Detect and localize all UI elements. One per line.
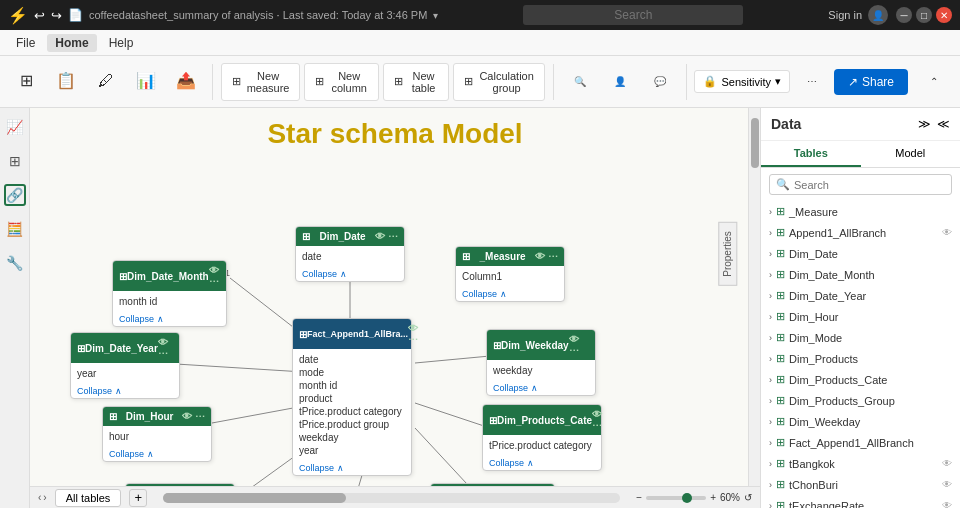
refresh-icon[interactable]: ↺ (744, 492, 752, 503)
node-dim-hour-header: ⊞ Dim_Hour 👁 ⋯ (103, 407, 211, 426)
maximize-button[interactable]: □ (916, 7, 932, 23)
prev-arrow[interactable]: ‹ (38, 492, 41, 503)
canvas-area[interactable]: Star schema Model (30, 108, 760, 508)
ribbon-data-btn[interactable]: 📊 (128, 67, 164, 96)
dim-date-collapse[interactable]: Collapse ∧ (296, 267, 404, 281)
panel-search-input[interactable] (794, 179, 945, 191)
data-view-icon[interactable]: ⊞ (4, 150, 26, 172)
dim-hour-actions[interactable]: 👁 ⋯ (182, 411, 205, 422)
ribbon-clipboard-btn[interactable]: 📋 (48, 67, 84, 96)
table-item[interactable]: › ⊞ _Measure (761, 201, 960, 222)
table-item[interactable]: › ⊞ Dim_Products_Group (761, 390, 960, 411)
zoom-track[interactable] (646, 496, 706, 500)
node-measure[interactable]: ⊞ _Measure 👁 ⋯ Column1 Collapse ∧ (455, 246, 565, 302)
title-search-input[interactable] (523, 5, 743, 25)
table-item[interactable]: › ⊞ Dim_Date_Month (761, 264, 960, 285)
properties-tab[interactable]: Properties (719, 222, 738, 286)
qa-button[interactable]: 💬 (642, 72, 678, 91)
panel-collapse-icon[interactable]: ≪ (937, 117, 950, 131)
menu-help[interactable]: Help (101, 34, 142, 52)
dim-date-year-actions[interactable]: 👁 ⋯ (158, 337, 173, 359)
user-avatar[interactable]: 👤 (868, 5, 888, 25)
ribbon-view-btn[interactable]: ⊞ (8, 67, 44, 96)
all-tables-tab[interactable]: All tables (55, 489, 122, 507)
undo-icon[interactable]: ↩ (34, 8, 45, 23)
node-fact[interactable]: ⊞ Fact_Append1_AllBra... 👁 ⋯ date mode m… (292, 318, 412, 476)
vertical-scrollbar[interactable] (748, 108, 760, 486)
close-button[interactable]: ✕ (936, 7, 952, 23)
app-logo-icon: ⚡ (8, 6, 28, 25)
new-column-button[interactable]: ⊞ New column (304, 63, 378, 101)
table-item[interactable]: › ⊞ Dim_Mode (761, 327, 960, 348)
zoom-plus-icon[interactable]: + (710, 492, 716, 503)
titlebar-left: ⚡ ↩ ↪ 📄 coffeedatasheet_summary of analy… (8, 6, 438, 25)
menu-home[interactable]: Home (47, 34, 96, 52)
zoom-thumb[interactable] (682, 493, 692, 503)
share-button[interactable]: ↗ Share (834, 69, 908, 95)
report-icon[interactable]: 📈 (4, 116, 26, 138)
dim-date-year-collapse[interactable]: Collapse ∧ (71, 384, 179, 398)
next-arrow[interactable]: › (43, 492, 46, 503)
dim-date-actions[interactable]: 👁 ⋯ (375, 231, 398, 242)
dim-products-cate-collapse[interactable]: Collapse ∧ (483, 456, 601, 470)
table-item[interactable]: › ⊞ Dim_Date (761, 243, 960, 264)
dax-icon[interactable]: 🧮 (4, 218, 26, 240)
calculation-group-button[interactable]: ⊞ Calculation group (453, 63, 545, 101)
dim-weekday-collapse[interactable]: Collapse ∧ (487, 381, 595, 395)
dim-date-month-actions[interactable]: 👁 ⋯ (209, 265, 220, 287)
table-item[interactable]: › ⊞ Dim_Products (761, 348, 960, 369)
node-dim-date-year[interactable]: ⊞ Dim_Date_Year 👁 ⋯ year Collapse ∧ (70, 332, 180, 399)
find2-button[interactable]: 👤 (602, 72, 638, 91)
sign-in-label[interactable]: Sign in (828, 9, 862, 21)
more-icon: ⋯ (807, 76, 817, 87)
more-button[interactable]: ⋯ (794, 72, 830, 91)
table-item[interactable]: › ⊞ tExchangeRate 👁 (761, 495, 960, 508)
measure-body: Column1 (456, 266, 564, 287)
collapse-ribbon-btn[interactable]: ⌃ (916, 72, 952, 91)
table-item[interactable]: › ⊞ Dim_Products_Cate (761, 369, 960, 390)
fact-collapse[interactable]: Collapse ∧ (293, 461, 411, 475)
calculation-label: Calculation group (479, 70, 534, 94)
file-info: coffeedatasheet_summary of analysis · La… (89, 9, 427, 21)
panel-expand-icon[interactable]: ≫ (918, 117, 931, 131)
table-item[interactable]: › ⊞ Dim_Weekday (761, 411, 960, 432)
node-dim-weekday[interactable]: ⊞ Dim_Weekday 👁 ⋯ weekday Collapse ∧ (486, 329, 596, 396)
dim-hour-collapse[interactable]: Collapse ∧ (103, 447, 211, 461)
table-item[interactable]: › ⊞ Dim_Hour (761, 306, 960, 327)
zoom-minus-icon[interactable]: − (636, 492, 642, 503)
tab-tables[interactable]: Tables (761, 141, 861, 167)
measure-collapse[interactable]: Collapse ∧ (456, 287, 564, 301)
hscroll-thumb[interactable] (163, 493, 346, 503)
new-table-button[interactable]: ⊞ New table (383, 63, 449, 101)
node-dim-date-month[interactable]: ⊞ Dim_Date_Month 👁 ⋯ month id Collapse ∧ (112, 260, 227, 327)
add-tab-button[interactable]: + (129, 489, 147, 507)
ribbon-export-btn[interactable]: 📤 (168, 67, 204, 96)
dim-products-cate-actions[interactable]: 👁 ⋯ (592, 409, 602, 431)
tab-model[interactable]: Model (861, 141, 961, 167)
table-item[interactable]: › ⊞ tBangkok 👁 (761, 453, 960, 474)
dim-date-month-collapse[interactable]: Collapse ∧ (113, 312, 226, 326)
table-item[interactable]: › ⊞ tChonBuri 👁 (761, 474, 960, 495)
measure-actions[interactable]: 👁 ⋯ (535, 251, 558, 262)
table-item[interactable]: › ⊞ Append1_AllBranch 👁 (761, 222, 960, 243)
table-item[interactable]: › ⊞ Fact_Append1_AllBranch (761, 432, 960, 453)
new-measure-button[interactable]: ⊞ New measure (221, 63, 301, 101)
vscroll-thumb[interactable] (751, 118, 759, 168)
node-dim-hour[interactable]: ⊞ Dim_Hour 👁 ⋯ hour Collapse ∧ (102, 406, 212, 462)
externaltool-icon[interactable]: 🔧 (4, 252, 26, 274)
fact-actions[interactable]: 👁 ⋯ (408, 323, 418, 345)
menu-file[interactable]: File (8, 34, 43, 52)
minimize-button[interactable]: ─ (896, 7, 912, 23)
table-item[interactable]: › ⊞ Dim_Date_Year (761, 285, 960, 306)
qa-icon: 💬 (654, 76, 666, 87)
sensitivity-button[interactable]: 🔒 Sensitivity ▾ (694, 70, 790, 93)
find-button[interactable]: 🔍 (562, 72, 598, 91)
horizontal-scrollbar[interactable] (163, 493, 620, 503)
ribbon-format-btn[interactable]: 🖊 (88, 68, 124, 96)
node-dim-products-cate[interactable]: ⊞ Dim_Products_Cate 👁 ⋯ tPrice.product c… (482, 404, 602, 471)
new-measure-label: New measure (247, 70, 290, 94)
dim-weekday-actions[interactable]: 👁 ⋯ (569, 334, 589, 356)
node-dim-date[interactable]: ⊞ Dim_Date 👁 ⋯ date Collapse ∧ (295, 226, 405, 282)
redo-icon[interactable]: ↪ (51, 8, 62, 23)
model-view-icon[interactable]: 🔗 (4, 184, 26, 206)
